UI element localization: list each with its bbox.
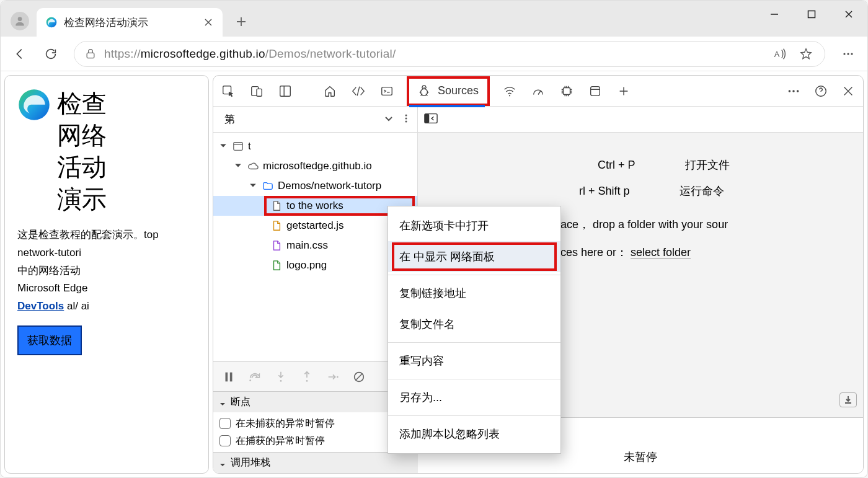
url-text: https://microsoftedge.github.io/Demos/ne… bbox=[104, 47, 396, 61]
panel-layout-icon[interactable] bbox=[277, 82, 294, 100]
devtools-more-icon[interactable] bbox=[785, 82, 802, 100]
new-tab-button[interactable] bbox=[229, 9, 254, 34]
refresh-button[interactable] bbox=[38, 41, 64, 67]
tree-host[interactable]: microsoftedge.github.io bbox=[213, 156, 417, 176]
navigator-tab-page[interactable]: 第 bbox=[219, 112, 240, 126]
tree-top[interactable]: t bbox=[213, 136, 417, 156]
ctx-copy-link[interactable]: 复制链接地址 bbox=[388, 278, 560, 309]
svg-point-7 bbox=[851, 53, 852, 55]
sources-tab-label: Sources bbox=[438, 84, 479, 97]
elements-tab-icon[interactable] bbox=[350, 82, 367, 100]
ctx-open-new-tab[interactable]: 在新选项卡中打开 bbox=[388, 210, 560, 241]
tree-file-img[interactable]: logo.png bbox=[213, 255, 417, 275]
navigator-tabs: 第 bbox=[213, 107, 417, 133]
edge-favicon-icon bbox=[45, 16, 58, 29]
welcome-tab-icon[interactable] bbox=[321, 82, 339, 100]
svg-point-6 bbox=[847, 53, 849, 55]
toggle-sidebar-icon[interactable] bbox=[424, 113, 438, 126]
svg-point-32 bbox=[306, 380, 308, 382]
pause-icon[interactable] bbox=[221, 369, 237, 385]
svg-point-20 bbox=[797, 90, 799, 92]
read-aloud-icon[interactable]: A bbox=[771, 45, 789, 63]
shortcut-label: 运行命令 bbox=[680, 184, 724, 198]
memory-tab-icon[interactable] bbox=[558, 82, 575, 100]
checkbox-icon[interactable] bbox=[219, 435, 231, 446]
window-icon bbox=[232, 140, 244, 153]
browser-window: 检查网络活动演示 https://microsoftedge.github.io… bbox=[0, 0, 868, 478]
ctx-save-as[interactable]: 另存为... bbox=[388, 382, 560, 413]
checkbox-label: 在未捕获的异常时暂停 bbox=[236, 417, 335, 430]
back-button[interactable] bbox=[7, 41, 33, 67]
settings-menu-button[interactable] bbox=[835, 41, 861, 67]
svg-point-19 bbox=[792, 90, 795, 92]
close-devtools-icon[interactable] bbox=[839, 82, 857, 100]
deactivate-breakpoints-icon[interactable] bbox=[351, 369, 367, 385]
folder-icon bbox=[262, 180, 274, 192]
address-bar[interactable]: https://microsoftedge.github.io/Demos/ne… bbox=[74, 41, 825, 67]
more-tabs-button[interactable] bbox=[615, 82, 632, 100]
caret-down-icon bbox=[219, 142, 228, 151]
help-icon[interactable] bbox=[812, 82, 830, 100]
ctx-reveal-in-network[interactable]: 在 中显示 网络面板 bbox=[388, 241, 560, 272]
tree-label: getstarted.js bbox=[286, 219, 344, 232]
caret-down-icon bbox=[219, 459, 227, 467]
tree-file-css[interactable]: main.css bbox=[213, 236, 417, 255]
application-tab-icon[interactable] bbox=[587, 82, 604, 100]
kebab-menu-icon[interactable] bbox=[401, 113, 411, 126]
console-tab-icon[interactable] bbox=[378, 82, 396, 100]
svg-rect-25 bbox=[234, 143, 242, 151]
close-window-button[interactable] bbox=[830, 1, 867, 28]
ctx-add-ignore-list[interactable]: 添加脚本以忽略列表 bbox=[388, 418, 560, 449]
svg-rect-13 bbox=[382, 87, 392, 95]
step-over-icon[interactable] bbox=[247, 369, 263, 385]
separator bbox=[388, 415, 560, 416]
checkbox-row[interactable]: 在未捕获的异常时暂停 bbox=[219, 415, 412, 432]
titlebar: 检查网络活动演示 bbox=[1, 1, 867, 37]
inspect-element-icon[interactable] bbox=[219, 82, 237, 100]
bug-icon bbox=[415, 82, 433, 100]
tree-file-js[interactable]: getstarted.js bbox=[213, 216, 417, 236]
download-badge-icon[interactable] bbox=[839, 392, 857, 407]
sources-tab[interactable]: Sources bbox=[412, 76, 482, 107]
ctx-copy-filename[interactable]: 复制文件名 bbox=[388, 309, 560, 340]
callstack-section[interactable]: 调用堆栈 bbox=[213, 452, 418, 473]
get-data-button[interactable]: 获取数据 bbox=[17, 325, 82, 355]
step-icon[interactable] bbox=[325, 369, 341, 385]
lock-icon bbox=[84, 48, 97, 60]
tab-close-button[interactable] bbox=[203, 17, 214, 28]
step-out-icon[interactable] bbox=[299, 369, 315, 385]
address-row: https://microsoftedge.github.io/Demos/ne… bbox=[1, 37, 867, 71]
window-controls bbox=[756, 1, 867, 28]
tree-label: microsoftedge.github.io bbox=[263, 160, 372, 172]
tree-folder[interactable]: Demos/network-tutorp bbox=[213, 176, 417, 196]
svg-rect-28 bbox=[226, 372, 228, 381]
svg-rect-2 bbox=[808, 11, 815, 18]
maximize-button[interactable] bbox=[793, 1, 830, 28]
svg-rect-27 bbox=[425, 113, 429, 123]
browser-tab[interactable]: 检查网络活动演示 bbox=[37, 8, 223, 37]
js-file-icon bbox=[270, 219, 283, 232]
select-folder-link[interactable]: select folder bbox=[631, 246, 691, 259]
tree-file-selected[interactable]: to the works bbox=[213, 196, 417, 216]
svg-point-8 bbox=[19, 89, 50, 120]
checkbox-icon[interactable] bbox=[219, 418, 231, 429]
favorite-icon[interactable] bbox=[797, 45, 815, 63]
svg-rect-17 bbox=[591, 86, 600, 95]
checkbox-row[interactable]: 在捕获的异常时暂停 bbox=[219, 432, 412, 449]
tree-label: t bbox=[248, 140, 251, 153]
profile-avatar[interactable] bbox=[11, 12, 29, 30]
network-tab-icon[interactable] bbox=[501, 82, 518, 100]
performance-tab-icon[interactable] bbox=[529, 82, 547, 100]
svg-rect-11 bbox=[257, 89, 262, 96]
step-into-icon[interactable] bbox=[273, 369, 289, 385]
chevron-down-icon[interactable] bbox=[384, 113, 394, 126]
device-emulation-icon[interactable] bbox=[248, 82, 265, 100]
devtools-link[interactable]: DevTools bbox=[17, 300, 64, 312]
svg-point-5 bbox=[843, 53, 845, 55]
svg-point-15 bbox=[509, 95, 510, 96]
cloud-icon bbox=[247, 160, 259, 172]
svg-point-24 bbox=[405, 120, 407, 122]
ctx-override-content[interactable]: 重写内容 bbox=[388, 345, 560, 376]
svg-text:A: A bbox=[774, 49, 780, 58]
minimize-button[interactable] bbox=[756, 1, 793, 28]
